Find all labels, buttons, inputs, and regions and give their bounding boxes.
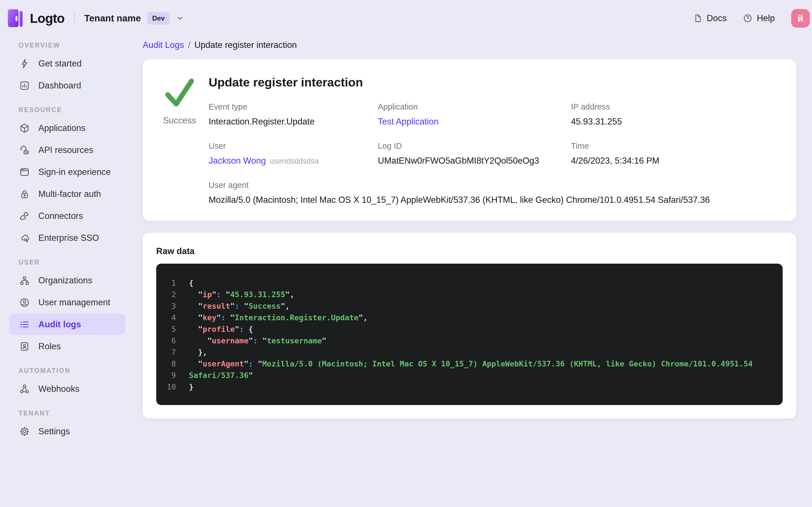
docs-button[interactable]: Docs xyxy=(693,13,727,23)
sidebar-item-multi-factor-auth[interactable]: Multi-factor auth xyxy=(9,184,125,205)
sidebar-item-label: Sign-in experience xyxy=(38,167,111,177)
sidebar-item-settings[interactable]: Settings xyxy=(9,421,125,442)
field-value-text: 45.93.31.255 xyxy=(571,117,622,126)
code-line: "ip": "45.93.31.255", xyxy=(176,289,294,300)
code-row: 9Safari/537.36" xyxy=(162,370,772,381)
field-value-link[interactable]: Test Application xyxy=(378,117,439,126)
code-line: } xyxy=(176,381,193,393)
field-user: UserJackson Wonguseridsddsdsa xyxy=(209,142,378,166)
field-value-link[interactable]: Jackson Wong xyxy=(209,156,266,166)
sidebar-item-api-resources[interactable]: API resources xyxy=(9,140,125,161)
help-label: Help xyxy=(757,13,775,23)
sidebar-item-applications[interactable]: Applications xyxy=(9,118,125,138)
sidebar-item-label: Applications xyxy=(38,123,86,133)
sidebar-item-connectors[interactable]: Connectors xyxy=(9,206,125,226)
field-value-ip-address: 45.93.31.255 xyxy=(571,117,780,127)
sidebar-item-dashboard[interactable]: Dashboard xyxy=(9,75,125,96)
code-row: 6 "username": "testusername" xyxy=(162,335,772,346)
sidebar-item-organizations[interactable]: Organizations xyxy=(9,270,125,291)
field-label: Log ID xyxy=(378,142,571,151)
sidebar-item-label: Multi-factor auth xyxy=(38,189,101,199)
field-value-time: 4/26/2023, 5:34:16 PM xyxy=(571,156,780,166)
field-label: User xyxy=(209,142,378,151)
sidebar-item-roles[interactable]: Roles xyxy=(9,336,125,357)
sidebar-item-get-started[interactable]: Get started xyxy=(9,53,125,74)
code-line: "userAgent": "Mozilla/5.0 (Macintosh; In… xyxy=(176,358,753,370)
tenant-selector[interactable]: Tenant name Dev xyxy=(84,12,184,24)
applications-icon xyxy=(19,123,30,133)
field-value-text: Mozilla/5.0 (Macintosh; Intel Mac OS X 1… xyxy=(209,195,710,205)
success-check-icon xyxy=(164,76,195,109)
breadcrumb-parent-link[interactable]: Audit Logs xyxy=(143,40,184,51)
tenant-env-badge: Dev xyxy=(147,12,170,24)
enterprise-sso-icon xyxy=(19,233,30,243)
page-title: Update register interaction xyxy=(209,75,780,89)
code-line-number: 2 xyxy=(162,289,176,300)
field-value-event-type: Interaction.Register.Update xyxy=(209,117,378,127)
code-row: 1{ xyxy=(162,277,772,289)
status-column: Success xyxy=(158,75,201,205)
connectors-icon xyxy=(19,211,30,221)
field-label: Event type xyxy=(209,102,378,112)
code-row: 8 "userAgent": "Mozilla/5.0 (Macintosh; … xyxy=(162,358,772,370)
sidebar-item-label: Webhooks xyxy=(38,384,80,394)
sidebar-item-enterprise-sso[interactable]: Enterprise SSO xyxy=(9,228,125,248)
help-button[interactable]: Help xyxy=(743,13,775,23)
field-label: IP address xyxy=(571,102,780,112)
field-log-id: Log IDUMatENw0rFWO5aGbMI8tY2Qol50eOg3 xyxy=(378,142,571,166)
organizations-icon xyxy=(19,275,30,286)
user-avatar[interactable]: й xyxy=(791,9,810,27)
code-line: { xyxy=(176,277,193,289)
field-value-log-id: UMatENw0rFWO5aGbMI8tY2Qol50eOg3 xyxy=(378,156,571,166)
topbar-actions: Docs Help й xyxy=(693,9,810,27)
webhooks-icon xyxy=(19,384,30,394)
code-line-number: 5 xyxy=(162,323,176,335)
sidebar-item-label: Audit logs xyxy=(38,320,81,330)
code-line: Safari/537.36" xyxy=(176,370,253,381)
field-event-type: Event typeInteraction.Register.Update xyxy=(209,102,378,127)
sidebar-section-label: OVERVIEW xyxy=(18,42,129,49)
settings-icon xyxy=(19,426,30,437)
mfa-icon xyxy=(19,189,30,200)
code-row: 3 "result": "Success", xyxy=(162,300,772,312)
code-row: 5 "profile": { xyxy=(162,323,772,335)
sidebar-item-sign-in-experience[interactable]: Sign-in experience xyxy=(9,162,125,182)
field-value-user-agent: Mozilla/5.0 (Macintosh; Intel Mac OS X 1… xyxy=(209,195,780,205)
sidebar-section-label: USER xyxy=(18,259,129,266)
field-ip-address: IP address45.93.31.255 xyxy=(571,102,780,127)
field-value-suffix: useridsddsdsa xyxy=(270,157,319,165)
code-line: }, xyxy=(176,346,207,358)
sidebar-section-resource: RESOURCEApplicationsAPI resourcesSign-in… xyxy=(0,106,129,248)
detail-grid: Event typeInteraction.Register.UpdateApp… xyxy=(209,102,780,205)
sidebar-item-label: Organizations xyxy=(38,276,92,286)
dashboard-icon xyxy=(19,80,30,91)
code-line: "username": "testusername" xyxy=(176,335,326,346)
sidebar-item-label: Get started xyxy=(38,59,82,69)
sidebar-item-user-management[interactable]: User management xyxy=(9,292,125,313)
code-line-number: 10 xyxy=(162,381,176,393)
code-line-number: 1 xyxy=(162,277,176,289)
code-line-number: 8 xyxy=(162,358,176,370)
field-value-text: UMatENw0rFWO5aGbMI8tY2Qol50eOg3 xyxy=(378,156,539,166)
field-label: Application xyxy=(378,102,571,112)
chevron-down-icon[interactable] xyxy=(176,14,184,22)
main-content: Audit Logs / Update register interaction… xyxy=(129,37,812,507)
sidebar-section-automation: AUTOMATIONWebhooks xyxy=(0,367,129,399)
api-resources-icon xyxy=(19,145,30,156)
user-management-icon xyxy=(19,297,30,308)
raw-data-codeblock[interactable]: 1{2 "ip": "45.93.31.255",3 "result": "Su… xyxy=(156,264,783,405)
event-detail-card: Success Update register interaction Even… xyxy=(143,59,796,221)
code-line-number: 7 xyxy=(162,346,176,358)
sign-in-icon xyxy=(19,167,30,177)
code-line: "result": "Success", xyxy=(176,300,290,312)
field-user-agent: User agentMozilla/5.0 (Macintosh; Intel … xyxy=(209,180,780,205)
breadcrumb-current: Update register interaction xyxy=(194,40,297,51)
sidebar: OVERVIEWGet startedDashboardRESOURCEAppl… xyxy=(0,37,129,507)
field-label: User agent xyxy=(209,180,780,190)
tenant-name: Tenant name xyxy=(84,13,141,24)
code-line: "profile": { xyxy=(176,323,253,335)
sidebar-item-webhooks[interactable]: Webhooks xyxy=(9,379,125,399)
breadcrumb: Audit Logs / Update register interaction xyxy=(143,40,796,51)
sidebar-item-audit-logs[interactable]: Audit logs xyxy=(9,314,125,335)
field-value-text: Interaction.Register.Update xyxy=(209,117,315,126)
